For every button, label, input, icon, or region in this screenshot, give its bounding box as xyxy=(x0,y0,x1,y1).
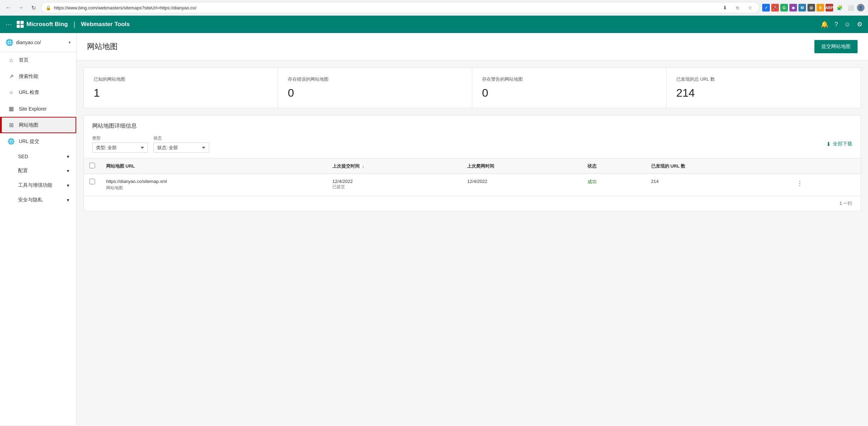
download-all-label: 全部下载 xyxy=(833,141,852,147)
url-submit-icon: 🌐 xyxy=(8,138,15,145)
config-left: 配置 xyxy=(7,168,28,174)
submit-sitemap-button[interactable]: 提交网站地图 xyxy=(814,40,858,53)
sidebar-item-url-submit[interactable]: 🌐 URL 提交 xyxy=(0,133,76,150)
split-view-button[interactable]: ⬜ xyxy=(846,3,855,13)
refresh-button[interactable]: ↻ xyxy=(29,3,38,13)
ext-icon-2[interactable]: 🚀 xyxy=(771,4,779,11)
feedback-button[interactable]: ☺ xyxy=(844,21,851,28)
stat-card-warnings: 存在警告的网站地图 0 xyxy=(472,68,666,108)
favorite-button[interactable]: ☆ xyxy=(745,3,755,13)
row-url-cell: https://dianyao.co/sitemap.xml 网站地图 xyxy=(101,174,327,196)
status-filter-select[interactable]: 状态: 全部 xyxy=(153,143,209,153)
config-chevron: ▾ xyxy=(67,168,69,174)
svg-rect-3 xyxy=(21,25,24,28)
ext-icon-1[interactable]: ✓ xyxy=(762,4,770,11)
notifications-button[interactable]: 🔔 xyxy=(821,21,828,28)
top-nav-right: 🔔 ? ☺ ⚙ xyxy=(821,21,862,28)
extensions-button[interactable]: 🧩 xyxy=(835,3,844,13)
row-status: 成功 xyxy=(582,174,645,196)
sitemap-table: 网站地图 URL 上次提交时间 ↓ 上次爬网时间 状态 xyxy=(84,158,861,196)
row-url-count: 214 xyxy=(646,174,789,196)
home-icon: ⌂ xyxy=(8,57,15,63)
sidebar-item-site-explorer[interactable]: ▦ Site Explorer xyxy=(0,101,76,117)
sidebar-item-sed[interactable]: SED ▾ xyxy=(0,150,76,163)
stat-label-known: 已知的网站地图 xyxy=(94,76,268,82)
windows-logo-icon xyxy=(17,21,24,28)
back-button[interactable]: ← xyxy=(3,3,13,13)
address-input[interactable] xyxy=(54,5,717,10)
row-more-button[interactable]: ⋮ xyxy=(794,179,806,188)
sidebar-item-url-check[interactable]: ○ URL 检查 xyxy=(0,85,76,101)
tools-chevron: ▾ xyxy=(67,183,69,188)
download-icon: ⬇ xyxy=(826,141,831,147)
brand-name: Microsoft Bing xyxy=(26,21,68,28)
row-actions-cell: ⋮ xyxy=(788,174,861,196)
sed-chevron: ▾ xyxy=(67,154,69,159)
select-all-checkbox[interactable] xyxy=(89,163,95,168)
pagination-row: 1 一行 xyxy=(84,196,861,211)
ext-icon-5[interactable]: M xyxy=(798,4,806,11)
settings-button[interactable]: ⚙ xyxy=(857,21,862,28)
sidebar-item-security[interactable]: 安全与隐私 ▾ xyxy=(0,193,76,207)
row-url-type: 网站地图 xyxy=(106,185,321,191)
profile-avatar[interactable]: 👤 xyxy=(857,4,865,11)
stat-card-known: 已知的网站地图 1 xyxy=(84,68,278,108)
tools-label: 工具与增强功能 xyxy=(18,182,52,188)
download-all-button[interactable]: ⬇ 全部下载 xyxy=(826,141,852,147)
sidebar-item-tools[interactable]: 工具与增强功能 ▾ xyxy=(0,178,76,193)
sidebar-item-home-label: 首页 xyxy=(19,57,29,63)
site-name: dianyao.co/ xyxy=(16,40,66,45)
browser-toolbar: ← → ↻ 🔒 ⬇ ⎋ ☆ ✓ 🚀 G ◆ M ◎ 8 ABP 🧩 ⬜ 👤 xyxy=(0,0,868,15)
ext-icon-8[interactable]: ABP xyxy=(826,4,833,11)
th-actions xyxy=(788,159,861,174)
brand-divider: | xyxy=(73,21,76,29)
ext-icon-7[interactable]: 8 xyxy=(816,4,824,11)
sidebar-item-config[interactable]: 配置 ▾ xyxy=(0,163,76,178)
stat-label-errors: 存在错误的网站地图 xyxy=(288,76,462,82)
search-perf-icon: ↗ xyxy=(8,73,15,80)
sidebar-item-sitemaps-label: 网站地图 xyxy=(19,122,38,128)
sed-label: SED xyxy=(18,154,28,159)
row-checkbox[interactable] xyxy=(89,179,95,184)
row-url: https://dianyao.co/sitemap.xml xyxy=(106,179,321,184)
sidebar-item-url-submit-label: URL 提交 xyxy=(19,138,39,145)
ext-icon-6[interactable]: ◎ xyxy=(807,4,815,11)
site-explorer-icon: ▦ xyxy=(8,105,15,112)
th-last-submitted[interactable]: 上次提交时间 ↓ xyxy=(327,159,461,174)
sidebar-item-search-perf[interactable]: ↗ 搜索性能 xyxy=(0,68,76,85)
share-button[interactable]: ⎋ xyxy=(733,3,742,13)
filter-row: 类型 类型: 全部 状态 状态: 全部 ⬇ 全部下载 xyxy=(84,135,861,158)
th-checkbox xyxy=(84,159,101,174)
sidebar-item-url-check-label: URL 检查 xyxy=(19,89,39,96)
stat-card-total-urls: 已发现的总 URL 数 214 xyxy=(666,68,861,108)
type-filter-group: 类型 类型: 全部 xyxy=(92,135,148,153)
section-title: 网站地图详细信息 xyxy=(84,115,861,135)
grid-menu-icon[interactable]: ⋯ xyxy=(6,21,12,28)
sidebar-item-search-perf-label: 搜索性能 xyxy=(19,73,38,80)
site-selector[interactable]: 🌐 dianyao.co/ ▾ xyxy=(0,33,76,52)
help-button[interactable]: ? xyxy=(835,21,838,28)
th-status: 状态 xyxy=(582,159,645,174)
ext-icon-3[interactable]: G xyxy=(780,4,788,11)
table-header: 网站地图 URL 上次提交时间 ↓ 上次爬网时间 状态 xyxy=(84,159,861,174)
address-bar: 🔒 ⬇ ⎋ ☆ xyxy=(41,2,759,13)
svg-rect-1 xyxy=(21,21,24,24)
download-page-button[interactable]: ⬇ xyxy=(720,3,730,13)
table-row: https://dianyao.co/sitemap.xml 网站地图 12/4… xyxy=(84,174,861,196)
tools-left: 工具与增强功能 xyxy=(7,182,52,188)
stat-card-errors: 存在错误的网站地图 0 xyxy=(278,68,472,108)
table-body: https://dianyao.co/sitemap.xml 网站地图 12/4… xyxy=(84,174,861,196)
ext-icon-4[interactable]: ◆ xyxy=(789,4,797,11)
sed-left: SED xyxy=(7,154,28,159)
sidebar-item-site-explorer-label: Site Explorer xyxy=(19,106,47,112)
site-selector-chevron: ▾ xyxy=(69,40,71,45)
security-label: 安全与隐私 xyxy=(18,197,42,203)
sidebar-item-sitemaps[interactable]: ⊞ 网站地图 xyxy=(0,117,76,133)
svg-rect-0 xyxy=(17,21,20,24)
lock-icon: 🔒 xyxy=(46,5,51,10)
stat-value-errors: 0 xyxy=(288,87,462,99)
sidebar-item-home[interactable]: ⌂ 首页 xyxy=(0,52,76,68)
globe-icon: 🌐 xyxy=(6,39,13,46)
type-filter-select[interactable]: 类型: 全部 xyxy=(92,143,148,153)
forward-button[interactable]: → xyxy=(16,3,26,13)
